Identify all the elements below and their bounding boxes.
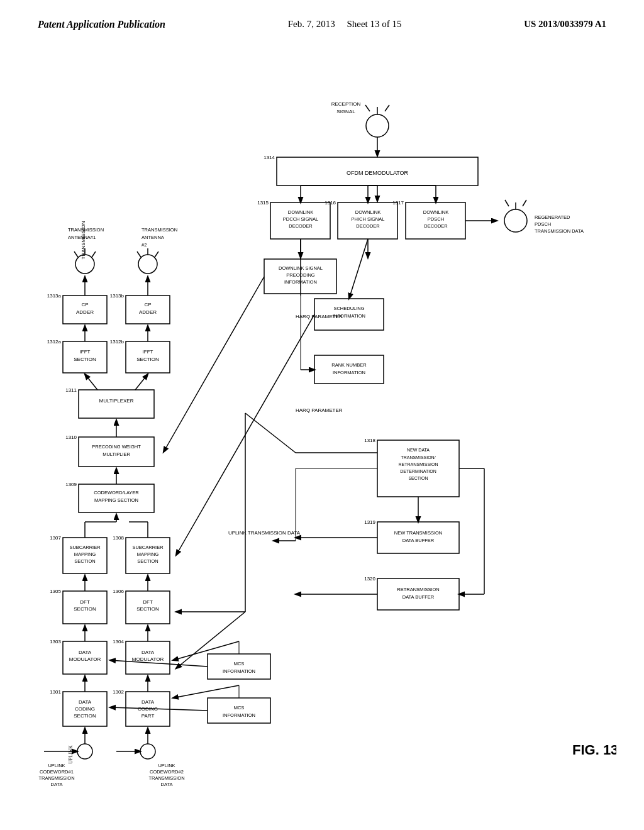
svg-text:MODULATOR: MODULATOR <box>132 656 164 662</box>
svg-text:UPLINK: UPLINK <box>158 763 175 768</box>
svg-text:MCS: MCS <box>234 705 245 711</box>
svg-text:TRANSMISSION/: TRANSMISSION/ <box>401 455 435 460</box>
svg-text:SUBCARRIER: SUBCARRIER <box>69 545 101 550</box>
svg-text:MULTIPLEXER: MULTIPLEXER <box>99 398 134 404</box>
svg-text:SECTION: SECTION <box>136 357 159 362</box>
sheet-info: Sheet 13 of 15 <box>347 19 401 29</box>
svg-text:MCS: MCS <box>234 661 245 667</box>
svg-line-114 <box>385 105 389 111</box>
svg-text:PART: PART <box>142 713 155 719</box>
svg-line-203 <box>173 685 239 698</box>
svg-text:CODING: CODING <box>75 706 95 712</box>
svg-line-155 <box>523 200 526 206</box>
svg-text:1320: 1320 <box>364 576 375 582</box>
svg-text:DOWNLINK: DOWNLINK <box>423 209 448 215</box>
svg-text:DECODER: DECODER <box>424 223 448 229</box>
page: Patent Application Publication Feb. 7, 2… <box>0 0 644 830</box>
svg-text:TRANSMISSION: TRANSMISSION <box>38 775 74 781</box>
svg-line-148 <box>164 277 264 452</box>
svg-text:DECODER: DECODER <box>356 223 380 229</box>
svg-text:PDSCH: PDSCH <box>535 221 551 227</box>
svg-text:SECTION: SECTION <box>74 357 96 362</box>
svg-text:CP: CP <box>144 302 151 307</box>
svg-text:1314: 1314 <box>264 155 275 160</box>
svg-text:ADDER: ADDER <box>76 309 94 315</box>
svg-text:PDSCH: PDSCH <box>428 216 444 222</box>
svg-text:1308: 1308 <box>113 535 124 541</box>
svg-text:DECODER: DECODER <box>289 223 313 229</box>
svg-line-106 <box>137 252 141 257</box>
svg-text:INFORMATION: INFORMATION <box>223 668 255 674</box>
svg-text:ADDER: ADDER <box>139 309 157 315</box>
svg-text:SECTION: SECTION <box>408 476 428 480</box>
svg-text:DATA: DATA <box>79 699 92 705</box>
svg-text:DFT: DFT <box>80 599 90 605</box>
svg-text:PHICH SIGNAL: PHICH SIGNAL <box>352 216 385 222</box>
svg-text:1318: 1318 <box>364 438 375 443</box>
svg-line-99 <box>74 252 78 257</box>
svg-text:#2: #2 <box>142 242 147 248</box>
svg-text:ANTENNA#1: ANTENNA#1 <box>68 235 96 240</box>
svg-text:DOWNLINK: DOWNLINK <box>288 209 313 215</box>
svg-text:1301: 1301 <box>50 689 61 695</box>
svg-rect-72 <box>79 390 154 418</box>
svg-text:DATA: DATA <box>142 699 155 705</box>
svg-text:1313a: 1313a <box>47 293 62 299</box>
svg-text:PDCCH SIGNAL: PDCCH SIGNAL <box>283 216 318 222</box>
svg-text:DATA: DATA <box>142 650 155 655</box>
svg-text:RETRANSMISSION: RETRANSMISSION <box>397 587 440 592</box>
svg-rect-192 <box>208 654 270 679</box>
svg-text:TRANSMISSION: TRANSMISSION <box>68 227 104 233</box>
svg-text:1311: 1311 <box>65 387 77 393</box>
svg-text:1306: 1306 <box>113 589 124 594</box>
svg-text:1310: 1310 <box>65 434 77 440</box>
svg-text:MODULATOR: MODULATOR <box>69 656 101 662</box>
svg-text:RANK NUMBER: RANK NUMBER <box>331 362 367 368</box>
svg-text:INFORMATION: INFORMATION <box>333 313 365 319</box>
svg-text:1313b: 1313b <box>110 293 125 299</box>
svg-text:1315: 1315 <box>257 200 269 206</box>
svg-text:NEW TRANSMISSION: NEW TRANSMISSION <box>394 530 443 536</box>
pub-date: Feb. 7, 2013 <box>288 19 335 29</box>
svg-rect-198 <box>208 698 270 723</box>
diagram-svg: UPLINK UPLINK CODEWORD#1 TRANSMISSION DA… <box>25 63 616 805</box>
svg-text:SECTION: SECTION <box>137 558 158 564</box>
publication-label: Patent Application Publication <box>38 19 165 30</box>
svg-text:SCHEDULING: SCHEDULING <box>333 306 364 311</box>
svg-text:NEW DATA: NEW DATA <box>407 448 430 452</box>
svg-line-206 <box>245 413 296 453</box>
svg-text:IFFT: IFFT <box>143 349 153 355</box>
page-header: Patent Application Publication Feb. 7, 2… <box>0 0 644 36</box>
figure-label: FIG. 13 <box>572 742 616 758</box>
svg-point-0 <box>77 744 92 759</box>
svg-text:CP: CP <box>81 302 88 307</box>
svg-text:TRANSMISSION: TRANSMISSION <box>142 227 177 233</box>
svg-point-29 <box>140 744 155 759</box>
svg-point-152 <box>504 209 527 232</box>
svg-line-209 <box>176 612 245 668</box>
svg-text:1312a: 1312a <box>47 339 62 345</box>
svg-text:1319: 1319 <box>364 519 375 525</box>
svg-text:DETERMINATION: DETERMINATION <box>400 469 436 473</box>
svg-line-76 <box>135 374 148 390</box>
svg-text:PRECODING WEIGHT: PRECODING WEIGHT <box>92 444 141 450</box>
svg-text:ANTENNA: ANTENNA <box>142 235 164 240</box>
svg-text:INFORMATION: INFORMATION <box>223 712 255 718</box>
svg-text:SECTION: SECTION <box>136 606 159 612</box>
svg-text:1303: 1303 <box>50 639 61 645</box>
svg-text:TRANSMISSION: TRANSMISSION <box>148 775 184 781</box>
svg-text:CODEWORD/LAYER: CODEWORD/LAYER <box>94 490 139 495</box>
svg-point-111 <box>366 114 389 137</box>
svg-text:RETRANSMISSION: RETRANSMISSION <box>398 462 438 467</box>
svg-text:UPLINK TRANSMISSION DATA: UPLINK TRANSMISSION DATA <box>228 530 301 536</box>
svg-text:DATA BUFFER: DATA BUFFER <box>402 594 435 600</box>
svg-text:RECEPTION: RECEPTION <box>331 101 361 107</box>
svg-text:MAPPING: MAPPING <box>137 551 159 557</box>
svg-text:CODEWORD#1: CODEWORD#1 <box>40 769 74 775</box>
svg-text:DOWNLINK: DOWNLINK <box>355 209 380 215</box>
svg-text:IFFT: IFFT <box>80 349 91 355</box>
svg-text:DATA: DATA <box>161 782 173 787</box>
svg-point-104 <box>138 255 157 274</box>
svg-text:OFDM DEMODULATOR: OFDM DEMODULATOR <box>347 170 409 176</box>
svg-text:REGENERATED: REGENERATED <box>535 214 570 220</box>
